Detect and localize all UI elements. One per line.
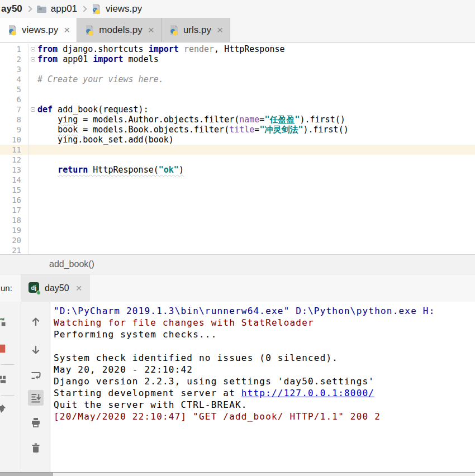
tab-label: views.py <box>22 25 58 36</box>
code-line[interactable]: 2from app01 import models <box>0 54 475 64</box>
fold-column <box>28 155 37 165</box>
console-output[interactable]: "D:\PyCharm 2019.1.3\bin\runnerw64.exe" … <box>50 302 475 472</box>
fold-column <box>28 125 37 135</box>
close-icon[interactable]: × <box>64 25 70 35</box>
line-number: 11 <box>0 145 25 154</box>
code-line[interactable]: 21 <box>0 245 475 254</box>
console-line: Performing system checks... <box>54 329 475 341</box>
close-icon[interactable]: × <box>148 25 154 35</box>
tab-label: models.py <box>99 25 142 36</box>
line-number: 2 <box>0 55 25 64</box>
fold-column <box>28 215 37 225</box>
console-line: May 20, 2020 - 22:10:42 <box>54 364 475 376</box>
code-line[interactable]: 8 ying = models.Author.objects.filter(na… <box>0 115 475 125</box>
clear-icon[interactable] <box>28 440 44 456</box>
code-line[interactable]: 19 <box>0 225 475 235</box>
code-line[interactable]: 4# Create your views here. <box>0 74 475 84</box>
fold-column <box>28 185 37 195</box>
code-line[interactable]: 3 <box>0 64 475 74</box>
toolbar-divider <box>1 364 15 365</box>
code-text: # Create your views here. <box>37 74 475 84</box>
code-editor[interactable]: 1from django.shortcuts import render, Ht… <box>0 42 475 254</box>
statusbar-edge-right <box>53 473 475 476</box>
console-line: Watching for file changes with StatReloa… <box>54 317 475 329</box>
close-icon[interactable]: × <box>76 282 82 294</box>
pin-icon[interactable] <box>0 401 9 417</box>
line-number: 17 <box>0 206 25 215</box>
fold-column <box>28 245 37 254</box>
toolbar-divider <box>1 395 15 396</box>
code-text: return HttpResponse("ok") <box>37 165 475 175</box>
code-line[interactable]: 1from django.shortcuts import render, Ht… <box>0 44 475 54</box>
restore-layout-icon[interactable] <box>0 372 9 387</box>
code-line[interactable]: 14 <box>0 175 475 185</box>
code-line[interactable]: 11 <box>0 145 475 155</box>
fold-column <box>28 225 37 235</box>
console-line: "D:\PyCharm 2019.1.3\bin\runnerw64.exe" … <box>54 306 475 317</box>
code-text: ying.book_set.add(book) <box>37 135 475 145</box>
fold-marker-icon[interactable] <box>28 54 37 64</box>
function-breadcrumb[interactable]: add_book() <box>49 259 94 269</box>
line-number: 16 <box>0 196 25 204</box>
code-text: ying = models.Author.objects.filter(name… <box>37 115 475 125</box>
print-icon[interactable] <box>28 415 44 430</box>
stop-icon[interactable] <box>0 341 9 356</box>
function-breadcrumb-bar: add_book() <box>0 254 475 274</box>
code-line[interactable]: 16 <box>0 195 475 205</box>
code-line[interactable]: 17 <box>0 205 475 215</box>
fold-marker-icon[interactable] <box>28 104 37 115</box>
down-icon[interactable] <box>28 342 44 358</box>
server-url-link[interactable]: http://127.0.0.1:8000/ <box>241 388 374 398</box>
code-line[interactable]: 10 ying.book_set.add(book) <box>0 135 475 145</box>
code-line[interactable]: 12 <box>0 155 475 165</box>
line-number: 13 <box>0 165 25 174</box>
rerun-icon[interactable] <box>0 314 9 330</box>
line-number: 18 <box>0 216 25 225</box>
folder-icon <box>36 3 47 15</box>
console-line: System check identified no issues (0 sil… <box>54 353 475 364</box>
fold-column <box>28 195 37 205</box>
breadcrumb-file[interactable]: views.py <box>106 3 142 15</box>
fold-column <box>28 115 37 125</box>
code-line[interactable]: 6 <box>0 94 475 104</box>
code-text: book = models.Book.objects.filter(title=… <box>37 125 475 135</box>
statusbar-edge-left <box>0 473 53 476</box>
breadcrumb-app01[interactable]: app01 <box>51 3 77 15</box>
code-line[interactable]: 18 <box>0 215 475 225</box>
run-toolwindow-header: un: dj day50 × <box>0 274 475 302</box>
line-number: 15 <box>0 185 25 194</box>
console-line: Starting development server at http://12… <box>54 388 475 399</box>
console-line <box>54 341 475 353</box>
tab-models-py[interactable]: models.py × <box>77 18 162 42</box>
scroll-to-end-icon[interactable] <box>28 390 44 406</box>
code-line[interactable]: 20 <box>0 235 475 245</box>
line-number: 3 <box>0 65 25 74</box>
line-number: 19 <box>0 226 25 235</box>
up-icon[interactable] <box>28 314 44 330</box>
python-file-icon <box>84 25 95 36</box>
tab-urls-py[interactable]: urls.py × <box>162 18 230 42</box>
line-number: 12 <box>0 155 25 164</box>
tab-label: urls.py <box>183 25 211 36</box>
code-line[interactable]: 9 book = models.Book.objects.filter(titl… <box>0 125 475 135</box>
fold-column <box>28 84 37 94</box>
run-tab-label: day50 <box>45 283 69 293</box>
statusbar-edge <box>0 472 475 476</box>
code-line[interactable]: 15 <box>0 185 475 195</box>
fold-column <box>28 74 37 84</box>
fold-column <box>28 145 37 155</box>
tab-views-py[interactable]: views.py × <box>0 18 77 42</box>
code-text: from app01 import models <box>37 54 475 64</box>
run-tab-day50[interactable]: dj day50 × <box>21 274 90 302</box>
code-line[interactable]: 5 <box>0 84 475 94</box>
code-line[interactable]: 13 return HttpResponse("ok") <box>0 165 475 175</box>
console-toolbar <box>21 302 50 472</box>
breadcrumb: ay50 app01 views.py <box>0 0 475 18</box>
breadcrumb-project[interactable]: ay50 <box>1 3 22 15</box>
code-line[interactable]: 7def add_book(request): <box>0 104 475 115</box>
console-area: "D:\PyCharm 2019.1.3\bin\runnerw64.exe" … <box>0 302 475 472</box>
soft-wrap-icon[interactable] <box>28 368 44 383</box>
close-icon[interactable]: × <box>217 25 223 35</box>
fold-marker-icon[interactable] <box>28 44 37 54</box>
python-file-icon <box>7 25 18 36</box>
